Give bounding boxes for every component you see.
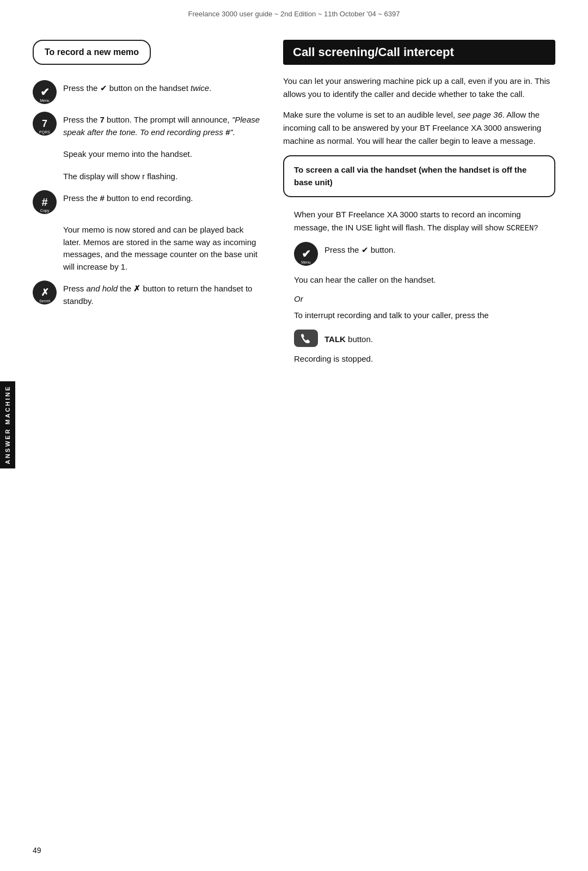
hash-symbol: # [41, 196, 47, 209]
step-4-text: Press and hold the ✗ button to return th… [63, 281, 261, 307]
step-stored: Your memo is now stored and can be playe… [33, 222, 261, 273]
step-4: ✗ Secret Press and hold the ✗ button to … [33, 281, 261, 307]
right-column: Call screening/Call intercept You can le… [283, 40, 555, 373]
sidebar: ANSWER MACHINE [0, 381, 15, 468]
step-3-text: Press the # button to end recording. [63, 190, 261, 205]
x-symbol: ✗ [41, 287, 49, 299]
seven-button-icon: 7 PQRS [33, 112, 57, 136]
step-stored-text: Your memo is now stored and can be playe… [63, 222, 261, 273]
secret-sublabel: Secret [39, 299, 50, 303]
step-1: ✔ Menu Press the ✔ button on the handset… [33, 80, 261, 104]
right-body-4: You can hear the caller on the handset. [294, 273, 555, 287]
screen-check-icon: ✔ Menu [294, 242, 318, 266]
talk-label: TALK [324, 334, 346, 344]
step-speak-text: Speak your memo into the handset. [63, 146, 261, 161]
check-symbol: ✔ [40, 86, 50, 99]
right-body-3: When your BT Freelance XA 3000 starts to… [294, 208, 555, 234]
menu-sublabel: Menu [40, 99, 50, 102]
header-text: Freelance 3000 user guide ~ 2nd Edition … [188, 10, 400, 18]
hash-button-icon: # Copy [33, 190, 57, 214]
record-memo-callout: To record a new memo [33, 40, 151, 65]
screen-call-callout: To screen a call via the handset (when t… [283, 155, 555, 197]
page-header: Freelance 3000 user guide ~ 2nd Edition … [0, 0, 588, 23]
screening-steps: When your BT Freelance XA 3000 starts to… [294, 208, 555, 366]
x-button-icon: ✗ Secret [33, 281, 57, 304]
phone-icon [299, 333, 313, 343]
page-layout: To record a new memo ✔ Menu Press the ✔ … [33, 40, 555, 373]
menu-button-icon: ✔ Menu [33, 80, 57, 104]
talk-button-icon [294, 330, 318, 347]
step-3: # Copy Press the # button to end recordi… [33, 190, 261, 214]
step-display-text: The display will show r flashing. [63, 168, 261, 183]
right-body-5: To interrupt recording and talk to your … [294, 309, 555, 322]
left-column: To record a new memo ✔ Menu Press the ✔ … [33, 40, 261, 373]
or-text: Or [294, 294, 555, 303]
screen-step-check: ✔ Menu Press the ✔ button. [294, 242, 555, 266]
section-title: Call screening/Call intercept [283, 40, 555, 65]
step-display: The display will show r flashing. [33, 168, 261, 183]
copy-sublabel: Copy [40, 209, 49, 212]
screen-check-symbol: ✔ [302, 247, 311, 260]
record-memo-title: To record a new memo [45, 47, 139, 57]
screen-call-title: To screen a call via the handset (when t… [294, 165, 526, 187]
page-number: 49 [33, 846, 41, 855]
right-body-2: Make sure the volume is set to an audibl… [283, 108, 555, 148]
screen-display-text: SCREEN? [506, 224, 538, 233]
step-speak: Speak your memo into the handset. [33, 146, 261, 161]
step-1-text: Press the ✔ button on the handset twice. [63, 80, 261, 95]
right-body-6: Recording is stopped. [294, 352, 555, 366]
step-2-text: Press the 7 button. The prompt will anno… [63, 112, 261, 138]
screen-step-check-text: Press the ✔ button. [324, 242, 555, 257]
seven-symbol: 7 [42, 118, 47, 130]
sidebar-label: ANSWER MACHINE [1, 380, 14, 470]
step-2: 7 PQRS Press the 7 button. The prompt wi… [33, 112, 261, 138]
right-body-1: You can let your answering machine pick … [283, 75, 555, 101]
pqrs-sublabel: PQRS [39, 130, 50, 134]
screen-menu-sublabel: Menu [301, 260, 311, 264]
talk-label-text: TALK button. [324, 331, 555, 346]
talk-row: TALK button. [294, 330, 555, 347]
